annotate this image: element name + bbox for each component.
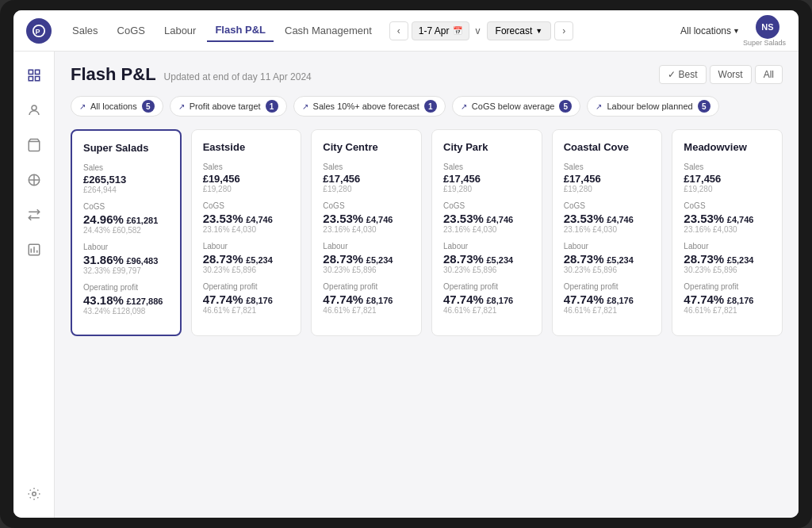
nav-labour[interactable]: Labour	[156, 20, 204, 41]
svg-point-14	[32, 492, 36, 496]
cogs-metric: CoGS 23.53% £4,746 23.16% £4,030	[684, 201, 771, 234]
location-card-4[interactable]: Coastal Cove Sales £17,456 £19,280 CoGS …	[552, 129, 663, 336]
page-title: Flash P&L	[71, 64, 156, 85]
labour-metric: Labour 28.73% £5,234 30.23% £5,896	[323, 242, 410, 274]
card-location-name: City Park	[443, 141, 530, 153]
chevron-down-icon-locations: ▼	[733, 27, 740, 35]
top-navigation: P Sales CoGS Labour Flash P&L Cash Manag…	[13, 10, 799, 52]
sidebar-transactions[interactable]	[20, 201, 48, 229]
chips-row: ↗ All locations 5 ↗ Profit above target …	[71, 96, 783, 117]
cogs-metric: CoGS 23.53% £4,746 23.16% £4,030	[564, 201, 651, 234]
chip-arrow-icon-2: ↗	[178, 102, 185, 111]
nav-cash-management[interactable]: Cash Management	[277, 20, 380, 41]
chip-count-5: 5	[698, 100, 710, 113]
chip-labour-below[interactable]: ↗ Labour below planned 5	[587, 96, 718, 117]
nav-sub-label: Super Salads	[743, 39, 786, 47]
location-card-1[interactable]: Eastside Sales £19,456 £19,280 CoGS 23.5…	[191, 129, 302, 336]
chip-count-2: 1	[266, 100, 278, 113]
logo-icon: P	[32, 24, 46, 38]
profit-metric: Operating profit 47.74% £8,176 46.61% £7…	[443, 282, 530, 315]
chip-all-locations[interactable]: ↗ All locations 5	[71, 96, 163, 117]
sidebar-users[interactable]	[20, 96, 48, 124]
sidebar-products[interactable]	[20, 166, 48, 194]
svg-rect-4	[29, 77, 33, 81]
sidebar-orders[interactable]	[20, 131, 48, 159]
cards-grid: Super Salads Sales £265,513 £264,944 CoG…	[71, 129, 783, 336]
nav-avatar-group: NS Super Salads	[743, 15, 786, 47]
nav-flash-pal[interactable]: Flash P&L	[207, 19, 274, 42]
chip-profit-above[interactable]: ↗ Profit above target 1	[170, 96, 287, 117]
sales-metric: Sales £17,456 £19,280	[443, 163, 530, 193]
cogs-metric: CoGS 23.53% £4,746 23.16% £4,030	[323, 201, 410, 234]
sales-metric: Sales £265,513 £264,944	[83, 163, 169, 194]
cogs-metric: CoGS 23.53% £4,746 23.16% £4,030	[443, 201, 530, 234]
main-content: Flash P&L Updated at end of day 11 Apr 2…	[55, 52, 799, 518]
cogs-metric: CoGS 24.96% £61,281 24.43% £60,582	[83, 202, 169, 235]
nav-forecast[interactable]: Forecast ▼	[487, 21, 552, 40]
sales-metric: Sales £17,456 £19,280	[323, 163, 410, 193]
screen: P Sales CoGS Labour Flash P&L Cash Manag…	[13, 10, 799, 518]
svg-text:P: P	[36, 27, 40, 35]
page-title-group: Flash P&L Updated at end of day 11 Apr 2…	[71, 64, 312, 85]
filter-all-button[interactable]: All	[755, 65, 783, 84]
profit-metric: Operating profit 47.74% £8,176 46.61% £7…	[323, 282, 410, 315]
chip-arrow-icon-3: ↗	[302, 102, 308, 111]
labour-metric: Labour 28.73% £5,234 30.23% £5,896	[443, 242, 530, 274]
filter-best-button[interactable]: Best	[659, 65, 706, 84]
user-avatar[interactable]: NS	[756, 15, 779, 39]
chip-count-3: 1	[424, 100, 437, 113]
filter-buttons: Best Worst All	[659, 65, 783, 84]
labour-metric: Labour 28.73% £5,234 30.23% £5,896	[564, 242, 651, 274]
sidebar-reports[interactable]	[20, 235, 48, 264]
card-location-name: Eastside	[203, 141, 290, 153]
main-layout: Flash P&L Updated at end of day 11 Apr 2…	[13, 52, 799, 518]
chip-count-4: 5	[559, 100, 572, 113]
nav-vs-label: v	[473, 25, 484, 36]
location-card-5[interactable]: Meadowview Sales £17,456 £19,280 CoGS 23…	[672, 129, 783, 336]
profit-metric: Operating profit 43.18% £127,886 43.24% …	[83, 283, 169, 316]
chip-arrow-icon-4: ↗	[461, 102, 467, 111]
cogs-metric: CoGS 23.53% £4,746 23.16% £4,030	[203, 201, 290, 234]
labour-metric: Labour 31.86% £96,483 32.33% £99,797	[83, 243, 169, 275]
card-location-name: Coastal Cove	[564, 141, 651, 153]
profit-metric: Operating profit 47.74% £8,176 46.61% £7…	[684, 282, 771, 315]
card-location-name: Super Salads	[83, 142, 169, 154]
nav-next-arrow[interactable]: ›	[554, 21, 573, 40]
device-frame: P Sales CoGS Labour Flash P&L Cash Manag…	[0, 0, 812, 528]
page-subtitle: Updated at end of day 11 Apr 2024	[164, 71, 312, 82]
chip-count: 5	[142, 100, 155, 113]
location-card-3[interactable]: City Park Sales £17,456 £19,280 CoGS 23.…	[431, 129, 542, 336]
nav-cogs[interactable]: CoGS	[109, 20, 153, 41]
chip-label-5: Labour below planned	[607, 101, 692, 111]
profit-metric: Operating profit 47.74% £8,176 46.61% £7…	[564, 282, 651, 315]
nav-prev-arrow[interactable]: ‹	[389, 21, 408, 40]
app-logo[interactable]: P	[26, 18, 52, 44]
nav-locations[interactable]: All locations ▼	[680, 25, 740, 36]
chip-label: All locations	[90, 101, 137, 111]
location-card-2[interactable]: City Centre Sales £17,456 £19,280 CoGS 2…	[311, 129, 422, 336]
card-location-name: Meadowview	[684, 141, 771, 153]
svg-rect-3	[35, 70, 39, 74]
chip-arrow-icon-5: ↗	[596, 102, 602, 111]
svg-point-6	[32, 105, 36, 110]
svg-rect-2	[29, 70, 33, 74]
sidebar-dashboard[interactable]	[20, 61, 48, 90]
labour-metric: Labour 28.73% £5,234 30.23% £5,896	[684, 242, 771, 274]
chip-label-4: CoGS below average	[472, 101, 555, 111]
sidebar	[13, 52, 55, 518]
filter-worst-button[interactable]: Worst	[710, 65, 752, 84]
chip-label-2: Profit above target	[190, 101, 261, 111]
sidebar-settings[interactable]	[20, 480, 48, 508]
sales-metric: Sales £17,456 £19,280	[684, 163, 771, 193]
chip-sales-above[interactable]: ↗ Sales 10%+ above forecast 1	[293, 96, 446, 117]
profit-metric: Operating profit 47.74% £8,176 46.61% £7…	[203, 282, 290, 315]
sales-metric: Sales £17,456 £19,280	[564, 163, 651, 193]
page-header: Flash P&L Updated at end of day 11 Apr 2…	[71, 64, 783, 85]
nav-date-range[interactable]: 1-7 Apr 📅	[412, 21, 469, 40]
card-location-name: City Centre	[323, 141, 410, 153]
nav-sales[interactable]: Sales	[64, 20, 106, 41]
sales-metric: Sales £19,456 £19,280	[203, 163, 290, 193]
chip-cogs-below[interactable]: ↗ CoGS below average 5	[452, 96, 581, 117]
location-card-0[interactable]: Super Salads Sales £265,513 £264,944 CoG…	[71, 129, 182, 336]
chip-label-3: Sales 10%+ above forecast	[313, 101, 419, 111]
